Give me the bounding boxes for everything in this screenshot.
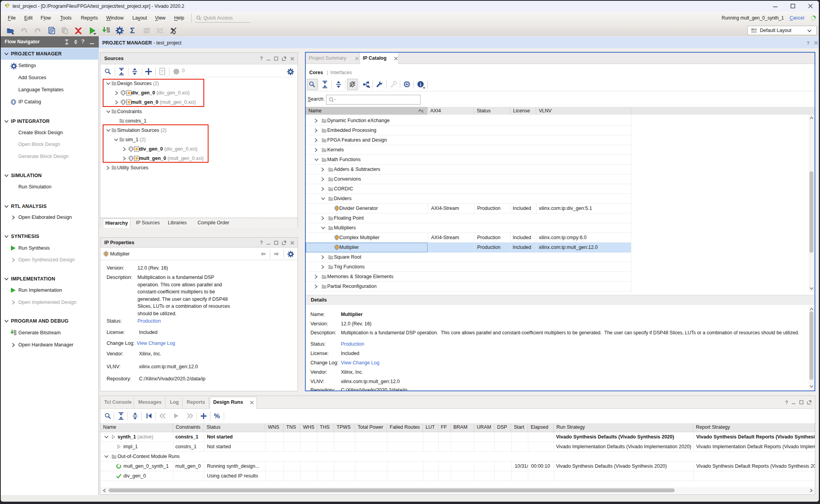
svg-text:10: 10 — [14, 333, 17, 335]
svg-text:1: 1 — [422, 109, 423, 113]
svg-text:01: 01 — [14, 330, 17, 332]
svg-text:?: ? — [161, 69, 163, 74]
svg-text:10: 10 — [107, 30, 110, 33]
svg-text:?: ? — [807, 41, 809, 45]
